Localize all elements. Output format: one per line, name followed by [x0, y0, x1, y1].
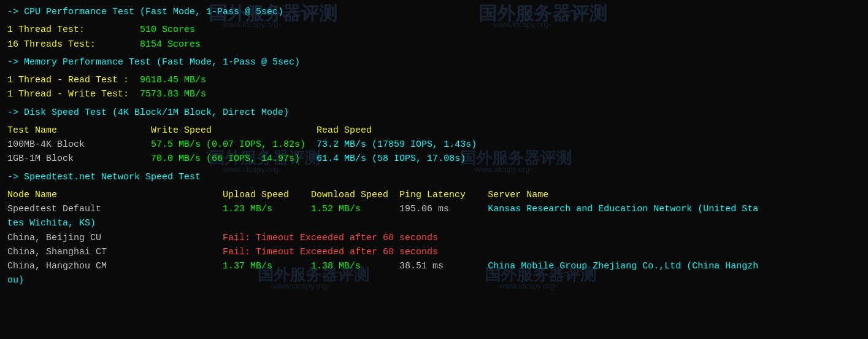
net-col-header: Node Name Upload Speed Download Speed Pi… — [7, 188, 861, 202]
net-row-shanghai: China, Shanghai CT Fail: Timeout Exceede… — [7, 245, 861, 259]
net-row-beijing: China, Beijing CU Fail: Timeout Exceeded… — [7, 231, 861, 245]
thread16-line: 16 Threads Test: 8154 Scores — [7, 37, 861, 52]
net-header: -> Speedtest.net Network Speed Test — [7, 170, 861, 184]
thread1-line: 1 Thread Test: 510 Scores — [7, 23, 861, 37]
net-row-speedtest-default: Speedtest Default 1.23 MB/s 1.52 MB/s 19… — [7, 202, 861, 216]
terminal-output: -> CPU Performance Test (Fast Mode, 1-Pa… — [7, 5, 861, 288]
net-row-hangzhou-continuation: ou) — [7, 273, 861, 287]
mem-write-line: 1 Thread - Write Test: 7573.83 MB/s — [7, 87, 861, 101]
disk-col-header: Test Name Write Speed Read Speed — [7, 123, 861, 138]
mem-header: -> Memory Performance Test (Fast Mode, 1… — [7, 55, 861, 69]
net-row-hangzhou: China, Hangzhou CM 1.37 MB/s 1.38 MB/s 3… — [7, 259, 861, 273]
disk-header: -> Disk Speed Test (4K Block/1M Block, D… — [7, 106, 861, 120]
net-row-speedtest-continuation: tes Wichita, KS) — [7, 216, 861, 230]
disk-row-1: 100MB-4K Block 57.5 MB/s (0.07 IOPS, 1.8… — [7, 138, 861, 152]
cpu-header: -> CPU Performance Test (Fast Mode, 1-Pa… — [7, 5, 861, 19]
disk-row-2: 1GB-1M Block 70.0 MB/s (66 IOPS, 14.97s)… — [7, 152, 861, 166]
mem-read-line: 1 Thread - Read Test : 9618.45 MB/s — [7, 73, 861, 87]
